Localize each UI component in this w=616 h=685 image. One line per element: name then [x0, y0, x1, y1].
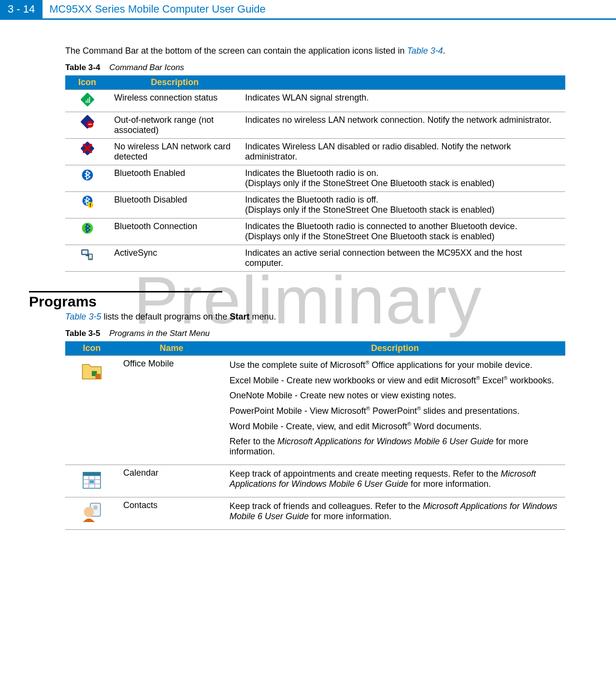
icon-cell — [65, 90, 109, 112]
svg-rect-2 — [87, 99, 88, 103]
icon-cell — [65, 165, 109, 192]
svg-rect-14 — [90, 206, 91, 207]
page-header: 3 - 14 MC95XX Series Mobile Computer Use… — [0, 0, 616, 18]
col-spacer — [240, 75, 565, 90]
desc-cell: Indicates Wireless LAN disabled or radio… — [240, 139, 565, 165]
caption-label: Table 3-5 — [65, 329, 100, 338]
col-desc: Description — [109, 75, 240, 90]
svg-rect-13 — [90, 204, 91, 205]
table-row: Bluetooth EnabledIndicates the Bluetooth… — [65, 165, 565, 192]
table-row: CalendarKeep track of appointments and c… — [65, 465, 565, 497]
svg-rect-21 — [96, 374, 101, 379]
svg-rect-3 — [89, 97, 90, 103]
programs-intro: Table 3-5 lists the default programs on … — [65, 312, 565, 322]
table-row: Bluetooth ConnectionIndicates the Blueto… — [65, 219, 565, 245]
desc-para: Refer to the Microsoft Applications for … — [229, 437, 560, 457]
xref-table-3-5[interactable]: Table 3-5 — [65, 312, 101, 321]
svg-rect-17 — [82, 250, 87, 254]
desc-cell: Keep track of friends and colleagues. Re… — [225, 497, 565, 530]
name-cell: Bluetooth Enabled — [109, 165, 240, 192]
programs-intro-bold: Start — [230, 312, 250, 321]
icon-cell — [65, 465, 118, 497]
bluetooth-disabled-icon — [81, 195, 94, 208]
desc-cell: Indicates the Bluetooth radio is connect… — [240, 219, 565, 245]
icon-cell — [65, 192, 109, 219]
svg-rect-1 — [86, 101, 86, 103]
intro-text-a: The Command Bar at the bottom of the scr… — [65, 46, 407, 56]
icon-cell — [65, 497, 118, 530]
desc-para: Word Mobile - Create, view, and edit Mic… — [229, 421, 560, 432]
name-cell: Bluetooth Disabled — [109, 192, 240, 219]
desc-cell: Indicates no wireless LAN network connec… — [240, 112, 565, 139]
wlan-no-card-icon — [81, 142, 94, 155]
wlan-signal-icon — [81, 93, 94, 106]
desc-cell: Indicates the Bluetooth radio is off. (D… — [240, 192, 565, 219]
desc-para: Keep track of appointments and create me… — [229, 469, 560, 489]
desc-para: Use the complete suite of Microsoft® Off… — [229, 360, 560, 370]
icon-cell — [65, 356, 118, 465]
desc-para: PowerPoint Mobile - View Microsoft® Powe… — [229, 406, 560, 416]
desc-cell: Indicates the Bluetooth radio is on. (Di… — [240, 165, 565, 192]
svg-point-30 — [84, 507, 94, 517]
col-desc: Description — [225, 341, 565, 356]
desc-para: Excel Mobile - Create new workbooks or v… — [229, 375, 560, 386]
svg-point-31 — [93, 506, 98, 510]
programs-table: Icon Name Description Office MobileUse t… — [65, 341, 565, 530]
wlan-out-of-range-icon — [81, 115, 94, 129]
header-rule — [0, 18, 616, 20]
intro-paragraph: The Command Bar at the bottom of the scr… — [65, 46, 565, 56]
table-row: ContactsKeep track of friends and collea… — [65, 497, 565, 530]
ref-title: Microsoft Applications for Windows Mobil… — [277, 437, 493, 446]
svg-rect-19 — [89, 255, 91, 258]
desc-para: Keep track of friends and colleagues. Re… — [229, 501, 560, 522]
table-row: Office MobileUse the complete suite of M… — [65, 356, 565, 465]
name-cell: No wireless LAN network card detected — [109, 139, 240, 165]
caption-title: Command Bar Icons — [109, 63, 184, 72]
col-name: Name — [118, 341, 225, 356]
table-row: Wireless connection statusIndicates WLAN… — [65, 90, 565, 112]
table-3-4-caption: Table 3-4 Command Bar Icons — [65, 63, 565, 73]
icon-cell — [65, 245, 109, 272]
intro-text-b: . — [443, 46, 445, 56]
bluetooth-connection-icon — [81, 221, 94, 235]
doc-title: MC95XX Series Mobile Computer User Guide — [43, 0, 272, 18]
col-icon: Icon — [65, 341, 118, 356]
table-row: ActiveSyncIndicates an active serial con… — [65, 245, 565, 272]
name-cell: Bluetooth Connection — [109, 219, 240, 245]
name-cell: Office Mobile — [118, 356, 225, 465]
activesync-icon — [81, 248, 94, 262]
icon-cell — [65, 219, 109, 245]
caption-label: Table 3-4 — [65, 63, 100, 72]
bluetooth-enabled-icon — [81, 168, 94, 182]
svg-rect-6 — [88, 124, 91, 125]
calendar-icon — [80, 468, 103, 491]
caption-title: Programs in the Start Menu — [109, 329, 210, 338]
desc-cell: Keep track of appointments and create me… — [225, 465, 565, 497]
desc-cell: Use the complete suite of Microsoft® Off… — [225, 356, 565, 465]
desc-cell: Indicates WLAN signal strength. — [240, 90, 565, 112]
table-row: Bluetooth DisabledIndicates the Bluetoot… — [65, 192, 565, 219]
desc-cell: Indicates an active serial connection be… — [240, 245, 565, 272]
svg-rect-23 — [83, 472, 100, 476]
office-mobile-folder-icon — [80, 359, 103, 382]
table-3-5-caption: Table 3-5 Programs in the Start Menu — [65, 329, 565, 338]
programs-intro-b: lists the default programs on the — [101, 312, 229, 321]
name-cell: Contacts — [118, 497, 225, 530]
icon-cell — [65, 112, 109, 139]
xref-table-3-4[interactable]: Table 3-4 — [407, 46, 443, 56]
col-icon: Icon — [65, 75, 109, 90]
name-cell: Wireless connection status — [109, 90, 240, 112]
page-number: 3 - 14 — [0, 0, 43, 18]
name-cell: ActiveSync — [109, 245, 240, 272]
programs-intro-c: menu. — [250, 312, 276, 321]
desc-para: OneNote Mobile - Create new notes or vie… — [229, 391, 560, 401]
contacts-icon — [80, 500, 103, 524]
table-row: Out-of-network range (not associated)Ind… — [65, 112, 565, 139]
name-cell: Out-of-network range (not associated) — [109, 112, 240, 139]
table-row: No wireless LAN network card detectedInd… — [65, 139, 565, 165]
svg-rect-28 — [90, 481, 94, 483]
icon-cell — [65, 139, 109, 165]
programs-heading: Programs — [29, 291, 222, 310]
command-bar-icons-table: Icon Description Wireless connection sta… — [65, 75, 565, 272]
name-cell: Calendar — [118, 465, 225, 497]
